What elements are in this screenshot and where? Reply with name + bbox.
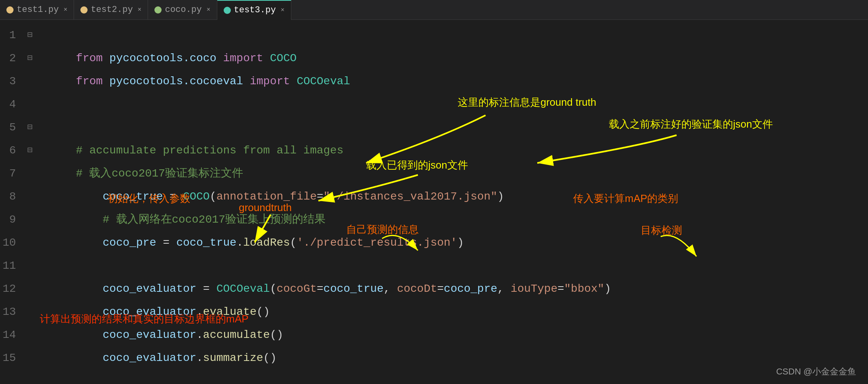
tab-icon-coco: [154, 6, 162, 14]
code-line-11: 11 coco_evaluator = COCOeval(cocoGt=coco…: [0, 254, 868, 277]
line-number-4: 4: [0, 93, 24, 116]
tab-bar: test1.py × test2.py × coco.py × test3.py…: [0, 0, 868, 20]
tab-icon-test2: [80, 6, 88, 14]
tab-test3[interactable]: test3.py ×: [217, 0, 291, 20]
line-number-7: 7: [0, 162, 24, 185]
code-editor[interactable]: 1 ⊟ from pycocotools.coco import COCO 2 …: [0, 20, 868, 374]
code-line-7: 7 coco_true = COCO(annotation_file="./in…: [0, 162, 868, 185]
token-from-2: from: [76, 75, 103, 87]
code-line-6: 6 ⊟ # 载入coco2017验证集标注文件: [0, 139, 868, 162]
tab-close-test1[interactable]: ×: [64, 6, 68, 14]
tab-close-coco[interactable]: ×: [207, 6, 211, 14]
line-number-8: 8: [0, 185, 24, 208]
token-var-coco-pre: coco_pre: [103, 237, 156, 249]
line-number-11: 11: [0, 254, 24, 277]
line-number-3: 3: [0, 70, 24, 93]
token-module-2: pycocotools.cocoeval: [109, 75, 243, 87]
line-number-10: 10: [0, 231, 24, 254]
code-line-2: 2 ⊟ from pycocotools.cocoeval import COC…: [0, 47, 868, 70]
line-number-9: 9: [0, 208, 24, 231]
code-line-8: 8 # 载入网络在coco2017验证集上预测的结果: [0, 185, 868, 208]
tab-label-test3: test3.py: [234, 5, 276, 15]
line-content-14: coco_evaluator.summarize(): [36, 324, 868, 384]
watermark: CSDN @小金金金鱼: [776, 366, 856, 378]
tab-close-test3[interactable]: ×: [281, 7, 285, 14]
token-fn-summarize: summarize: [203, 352, 263, 364]
tab-coco[interactable]: coco.py ×: [148, 0, 217, 20]
tab-icon-test3: [224, 7, 231, 14]
token-var-evaluator-14: coco_evaluator: [103, 352, 196, 364]
tab-test1[interactable]: test1.py ×: [0, 0, 74, 20]
tab-icon-test1: [6, 6, 14, 14]
code-line-12: 12 coco_evaluator.evaluate(): [0, 277, 868, 301]
tab-test2[interactable]: test2.py ×: [74, 0, 148, 20]
line-number-6: 6: [0, 139, 24, 162]
code-line-9: 9 coco_pre = coco_true.loadRes('./predic…: [0, 208, 868, 231]
line-number-5: 5: [0, 116, 24, 139]
line-number-1: 1: [0, 24, 24, 47]
tab-label-test2: test2.py: [91, 5, 133, 15]
code-line-5: 5 ⊟ # accumulate predictions from all im…: [0, 116, 868, 139]
code-line-13: 13 coco_evaluator.accumulate(): [0, 301, 868, 324]
line-gutter-2: ⊟: [24, 47, 36, 70]
line-number-13: 13: [0, 301, 24, 324]
code-line-14: 14 coco_evaluator.summarize(): [0, 324, 868, 347]
token-fn-loadres: loadRes: [243, 237, 290, 249]
code-line-1: 1 ⊟ from pycocotools.coco import COCO: [0, 24, 868, 47]
line-gutter-1: ⊟: [24, 24, 36, 47]
line-number-2: 2: [0, 47, 24, 70]
token-import-2: import: [250, 75, 290, 87]
tab-label-coco: coco.py: [165, 5, 201, 15]
tab-close-test2[interactable]: ×: [138, 6, 142, 14]
line-number-12: 12: [0, 277, 24, 301]
token-str-predict: './predict_results.json': [296, 237, 457, 249]
line-number-15: 15: [0, 347, 24, 370]
line-content-2: from pycocotools.cocoeval import COCOeva…: [36, 47, 868, 116]
tab-label-test1: test1.py: [17, 5, 59, 15]
line-number-14: 14: [0, 324, 24, 347]
line-gutter-5: ⊟: [24, 116, 36, 139]
token-var-coco-true-ref: coco_true: [176, 237, 236, 249]
token-class-cocoeval: COCOeval: [296, 75, 350, 87]
line-gutter-6: ⊟: [24, 139, 36, 162]
